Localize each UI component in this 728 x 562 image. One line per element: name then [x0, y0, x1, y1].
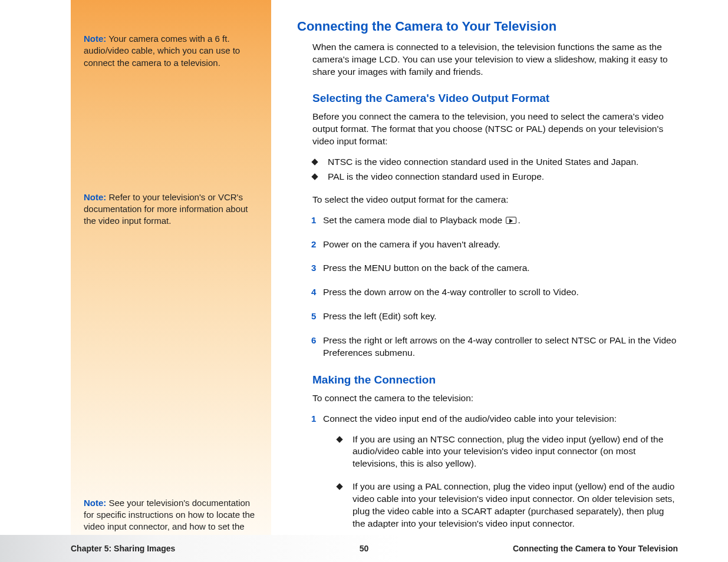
- main-content: Connecting the Camera to Your Television…: [271, 0, 678, 535]
- note-text: Your camera comes with a 6 ft. audio/vid…: [84, 34, 240, 68]
- step-item: 1 Set the camera mode dial to Playback m…: [311, 214, 678, 227]
- diamond-bullet-icon: [311, 173, 318, 180]
- step-text: Press the left (Edit) soft key.: [323, 310, 678, 323]
- section-heading: Selecting the Camera's Video Output Form…: [297, 91, 678, 106]
- step-item: 4 Press the down arrow on the 4-way cont…: [311, 286, 678, 299]
- diamond-bullet-icon: [311, 158, 318, 165]
- step-number: 6: [311, 335, 323, 346]
- step-text: Press the right or left arrows on the 4-…: [323, 335, 678, 359]
- bullet-text: PAL is the video connection standard use…: [328, 171, 544, 183]
- step-number: 5: [311, 310, 323, 322]
- step-number: 2: [311, 239, 323, 250]
- diamond-bullet-icon: [336, 484, 342, 490]
- body-paragraph: Before you connect the camera to the tel…: [297, 111, 678, 148]
- step-number: 1: [311, 214, 323, 226]
- step-item: 1 Connect the video input end of the aud…: [311, 413, 678, 541]
- list-item: PAL is the video connection standard use…: [312, 171, 678, 183]
- step-item: 6 Press the right or left arrows on the …: [311, 335, 678, 359]
- list-item: NTSC is the video connection standard us…: [312, 156, 678, 168]
- list-item: If you are using an NTSC connection, plu…: [337, 434, 678, 471]
- note-text: Refer to your television's or VCR's docu…: [84, 192, 248, 226]
- page-title: Connecting the Camera to Your Television: [297, 18, 678, 35]
- step-item: 2 Power on the camera if you haven't alr…: [311, 239, 678, 251]
- step-number: 4: [311, 286, 323, 298]
- step-number: 1: [311, 413, 323, 425]
- body-paragraph: To connect the camera to the television:: [297, 392, 678, 405]
- step-text: Set the camera mode dial to Playback mod…: [323, 214, 678, 227]
- footer-page-number: 50: [360, 544, 369, 553]
- sidebar-note: Note: Your camera comes with a 6 ft. aud…: [84, 33, 261, 69]
- diamond-bullet-icon: [336, 436, 342, 442]
- step-number: 3: [311, 262, 323, 274]
- list-item: If you are using a PAL connection, plug …: [337, 481, 678, 530]
- note-label: Note:: [84, 192, 106, 202]
- footer-section-title: Connecting the Camera to Your Television: [513, 544, 678, 553]
- note-label: Note:: [84, 498, 106, 508]
- section-heading: Making the Connection: [297, 372, 678, 388]
- footer-chapter: Chapter 5: Sharing Images: [71, 544, 175, 553]
- step-text: Press the down arrow on the 4-way contro…: [323, 286, 678, 299]
- ordered-steps: 1 Connect the video input end of the aud…: [297, 413, 678, 541]
- body-paragraph: To select the video output format for th…: [297, 194, 678, 206]
- sidebar: Note: Your camera comes with a 6 ft. aud…: [71, 0, 271, 535]
- bullet-text: If you are using an NTSC connection, plu…: [353, 434, 678, 471]
- sidebar-note: Note: Refer to your television's or VCR'…: [84, 191, 261, 227]
- step-text: Power on the camera if you haven't alrea…: [323, 239, 678, 251]
- bullet-list: NTSC is the video connection standard us…: [297, 156, 678, 183]
- bullet-text: If you are using a PAL connection, plug …: [353, 481, 678, 530]
- step-item: 3 Press the MENU button on the back of t…: [311, 262, 678, 275]
- intro-paragraph: When the camera is connected to a televi…: [297, 41, 678, 78]
- step-item: 5 Press the left (Edit) soft key.: [311, 310, 678, 323]
- bullet-text: NTSC is the video connection standard us…: [328, 156, 638, 168]
- step-text: Press the MENU button on the back of the…: [323, 262, 678, 275]
- page-footer: Chapter 5: Sharing Images 50 Connecting …: [0, 535, 728, 562]
- step-text: Connect the video input end of the audio…: [323, 413, 678, 541]
- ordered-steps: 1 Set the camera mode dial to Playback m…: [297, 214, 678, 359]
- note-label: Note:: [84, 34, 106, 44]
- playback-mode-icon: [506, 217, 516, 224]
